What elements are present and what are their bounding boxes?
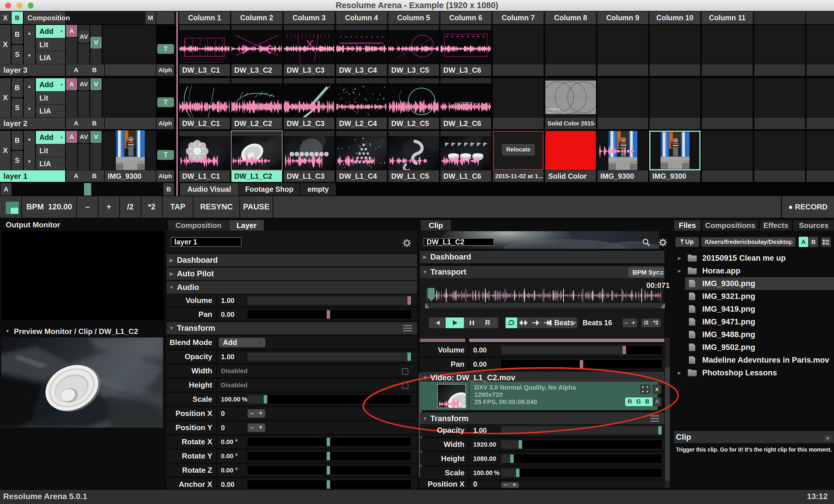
svg-text:R: R: [485, 319, 490, 326]
svg-text:11:56:54:11: 11:56:54:11: [547, 108, 561, 111]
svg-text:Composition size 1920 x 1080: Composition size 1920 x 1080: [547, 111, 570, 113]
svg-text:Beats: Beats: [554, 319, 574, 327]
